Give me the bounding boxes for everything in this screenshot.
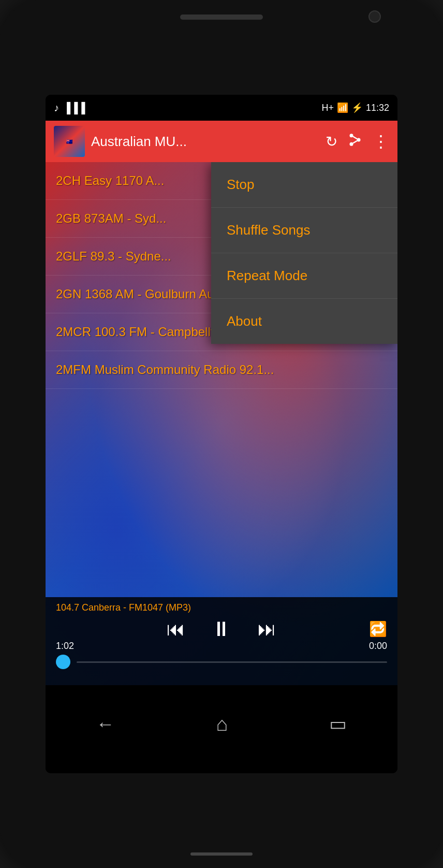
- app-bar: 🇦🇺 Australian MU... ↻ ⋮: [46, 121, 397, 162]
- svg-point-0: [350, 134, 353, 137]
- back-button[interactable]: ←: [96, 713, 115, 735]
- status-left: ♪ ▐▐▐: [54, 102, 85, 114]
- progress-bar[interactable]: [56, 655, 387, 669]
- menu-item-shuffle[interactable]: Shuffle Songs: [211, 208, 397, 253]
- music-icon: ♪: [54, 102, 59, 114]
- svg-point-1: [357, 138, 361, 141]
- menu-item-stop[interactable]: Stop: [211, 162, 397, 208]
- now-playing-label: 104.7 Canberra - FM1047 (MP3): [56, 602, 387, 613]
- clock: 11:32: [366, 103, 389, 113]
- player-controls: ⏮ ⏸ ⏭ 🔁: [56, 617, 387, 641]
- signal-icon: 📶: [337, 102, 348, 113]
- list-item[interactable]: 2MFM Muslim Community Radio 92.1...: [46, 351, 397, 389]
- time-remaining: 0:00: [369, 641, 387, 652]
- status-bar: ♪ ▐▐▐ H+ 📶 ⚡ 11:32: [46, 95, 397, 121]
- next-button[interactable]: ⏭: [258, 618, 276, 640]
- svg-line-4: [353, 136, 357, 139]
- signal-bars-icon: ▐▐▐: [63, 102, 85, 114]
- svg-line-3: [353, 140, 357, 143]
- dropdown-menu: Stop Shuffle Songs Repeat Mode About: [211, 162, 397, 344]
- nav-bar: ← ⌂ ▭: [46, 685, 397, 773]
- status-right: H+ 📶 ⚡ 11:32: [321, 102, 389, 113]
- svg-point-2: [350, 142, 353, 146]
- speaker: [180, 15, 263, 20]
- recents-button[interactable]: ▭: [329, 713, 347, 735]
- player-time-row: 1:02 0:00: [56, 641, 387, 652]
- phone-screen: ♪ ▐▐▐ H+ 📶 ⚡ 11:32 🇦🇺 Australian MU... ↻: [46, 95, 397, 773]
- app-title: Australian MU...: [91, 134, 319, 150]
- pause-button[interactable]: ⏸: [211, 617, 232, 641]
- menu-item-repeat[interactable]: Repeat Mode: [211, 253, 397, 299]
- camera: [368, 10, 381, 23]
- player-bar: 104.7 Canberra - FM1047 (MP3) ⏮ ⏸ ⏭ 🔁 1:…: [46, 597, 397, 685]
- main-content: 2CH Easy 1170 A... 2GB 873AM - Syd... 2G…: [46, 162, 397, 685]
- repeat-icon[interactable]: 🔁: [369, 620, 387, 638]
- app-bar-actions: ↻ ⋮: [326, 132, 389, 151]
- battery-icon: ⚡: [351, 102, 363, 113]
- network-type: H+: [321, 103, 334, 113]
- menu-item-about[interactable]: About: [211, 299, 397, 344]
- app-icon: 🇦🇺: [54, 126, 85, 157]
- more-options-icon[interactable]: ⋮: [373, 132, 389, 151]
- share-icon[interactable]: [348, 133, 362, 151]
- refresh-icon[interactable]: ↻: [326, 133, 337, 150]
- home-indicator: [190, 852, 253, 856]
- prev-button[interactable]: ⏮: [167, 618, 185, 640]
- app-logo: 🇦🇺: [54, 126, 85, 157]
- phone-frame: ♪ ▐▐▐ H+ 📶 ⚡ 11:32 🇦🇺 Australian MU... ↻: [0, 0, 443, 868]
- progress-track: [77, 661, 387, 663]
- progress-thumb: [56, 655, 70, 669]
- home-button[interactable]: ⌂: [216, 713, 228, 735]
- time-elapsed: 1:02: [56, 641, 74, 652]
